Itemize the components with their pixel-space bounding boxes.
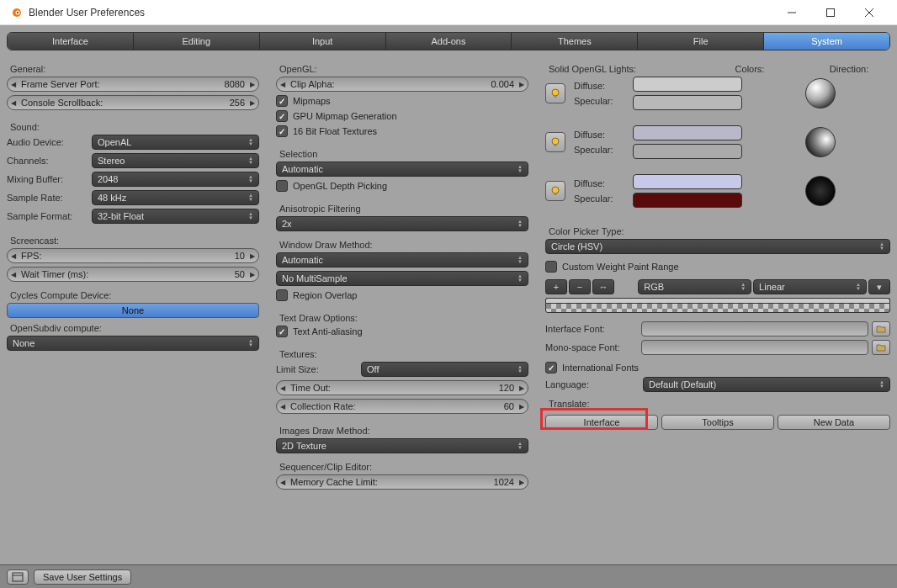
light-toggle-1[interactable] [545, 132, 565, 152]
svg-rect-10 [13, 573, 23, 581]
svg-rect-9 [555, 193, 557, 196]
clip-alpha-field[interactable]: ◀Clip Alpha: 0.004▶ [276, 77, 528, 92]
add-color-button[interactable]: + [545, 279, 567, 294]
opensubdiv-header: OpenSubdiv compute: [10, 323, 259, 333]
textures-header: Textures: [279, 349, 528, 359]
mono-font-browse-button[interactable] [872, 340, 890, 355]
specular-color-2[interactable] [633, 193, 742, 208]
svg-point-4 [552, 89, 559, 96]
channels-dropdown[interactable]: Stereo▲▼ [92, 153, 259, 168]
mipmaps-checkbox[interactable]: Mipmaps [276, 95, 528, 107]
translate-tooltips-button[interactable]: Tooltips [661, 415, 774, 430]
aniso-dropdown[interactable]: 2x▲▼ [276, 216, 528, 231]
tab-themes[interactable]: Themes [512, 33, 638, 50]
mono-font-input[interactable] [641, 340, 868, 355]
tab-editing[interactable]: Editing [134, 33, 260, 50]
translate-newdata-button[interactable]: New Data [778, 415, 890, 430]
compute-device-button[interactable]: None [7, 303, 259, 318]
language-dropdown[interactable]: Default (Default)▲▼ [643, 377, 890, 392]
audio-device-dropdown[interactable]: OpenAL▲▼ [92, 135, 259, 150]
tab-system[interactable]: System [764, 33, 889, 50]
svg-point-2 [17, 11, 19, 13]
svg-point-6 [552, 138, 559, 145]
window-icon [12, 571, 24, 583]
maximize-button[interactable] [811, 0, 850, 25]
images-draw-dropdown[interactable]: 2D Texture▲▼ [276, 438, 528, 453]
fps-field[interactable]: ◀FPS: 10▶ [7, 248, 259, 263]
memory-cache-field[interactable]: ◀Memory Cache Limit: 1024▶ [276, 474, 528, 490]
flip-color-button[interactable]: ↔ [592, 279, 614, 294]
opengl-header: OpenGL: [279, 64, 528, 74]
diffuse-color-0[interactable] [633, 77, 742, 92]
images-draw-header: Images Draw Method: [279, 426, 528, 436]
text-aa-checkbox[interactable]: Text Anti-aliasing [276, 326, 528, 337]
console-scrollback-field[interactable]: ◀Console Scrollback: 256▶ [7, 95, 259, 110]
translate-header: Translate: [549, 399, 890, 409]
depth-picking-checkbox[interactable]: OpenGL Depth Picking [276, 180, 528, 192]
tab-input[interactable]: Input [260, 33, 386, 50]
folder-icon [876, 324, 886, 334]
blender-logo-icon [8, 6, 22, 19]
lightbulb-icon [549, 87, 561, 99]
interface-font-browse-button[interactable] [872, 321, 890, 336]
gpu-mipmap-checkbox[interactable]: GPU Mipmap Generation [276, 110, 528, 122]
specular-color-1[interactable] [633, 144, 742, 159]
multisample-dropdown[interactable]: No MultiSample▲▼ [276, 271, 528, 286]
light-toggle-0[interactable] [545, 83, 565, 103]
direction-sphere-2[interactable] [805, 176, 836, 206]
text-draw-header: Text Draw Options: [279, 313, 528, 323]
rgb-dropdown[interactable]: RGB▲▼ [638, 279, 751, 294]
weight-paint-checkbox[interactable]: Custom Weight Paint Range [545, 261, 890, 273]
sound-header: Sound: [10, 122, 259, 132]
limit-size-dropdown[interactable]: Off▲▼ [361, 362, 528, 377]
color-picker-header: Color Picker Type: [549, 226, 890, 236]
selection-header: Selection [279, 149, 528, 159]
window-draw-method-dropdown[interactable]: Automatic▲▼ [276, 252, 528, 268]
selection-mode-dropdown[interactable]: Automatic▲▼ [276, 162, 528, 177]
specular-color-0[interactable] [633, 95, 742, 110]
wait-timer-field[interactable]: ◀Wait Timer (ms): 50▶ [7, 267, 259, 282]
ramp-menu-button[interactable]: ▾ [868, 279, 890, 294]
tab-bar: Interface Editing Input Add-ons Themes F… [7, 32, 890, 50]
color-picker-dropdown[interactable]: Circle (HSV)▲▼ [545, 239, 890, 254]
frame-server-port-field[interactable]: ◀Frame Server Port: 8080▶ [7, 77, 259, 92]
window-draw-header: Window Draw Method: [279, 240, 528, 250]
minimize-button[interactable] [772, 0, 811, 25]
direction-sphere-1[interactable] [805, 127, 836, 157]
colors-label: Colors: [695, 64, 804, 74]
footer-bar: Save User Settings [0, 564, 897, 588]
svg-rect-3 [827, 8, 835, 16]
titlebar: Blender User Preferences [0, 0, 897, 25]
save-user-settings-button[interactable]: Save User Settings [34, 569, 131, 585]
direction-sphere-0[interactable] [805, 78, 836, 109]
diffuse-color-2[interactable] [633, 174, 742, 189]
mixing-buffer-dropdown[interactable]: 2048▲▼ [92, 172, 259, 187]
light-toggle-2[interactable] [545, 181, 565, 201]
aniso-header: Anisotropic Filtering [279, 204, 528, 214]
linear-dropdown[interactable]: Linear▲▼ [753, 279, 867, 294]
collection-rate-field[interactable]: ◀Collection Rate: 60▶ [276, 399, 528, 414]
float-textures-checkbox[interactable]: 16 Bit Float Textures [276, 125, 528, 137]
international-fonts-checkbox[interactable]: International Fonts [545, 362, 890, 373]
tab-interface[interactable]: Interface [8, 33, 134, 50]
general-header: General: [10, 64, 259, 74]
sample-format-dropdown[interactable]: 32-bit Float▲▼ [92, 209, 259, 224]
close-button[interactable] [850, 0, 889, 25]
settings-icon-button[interactable] [7, 569, 29, 585]
lightbulb-icon [549, 185, 561, 197]
opensubdiv-dropdown[interactable]: None▲▼ [7, 336, 259, 351]
sample-rate-dropdown[interactable]: 48 kHz▲▼ [92, 190, 259, 205]
screencast-header: Screencast: [10, 236, 259, 246]
svg-rect-5 [555, 96, 557, 98]
color-ramp[interactable] [545, 303, 890, 313]
region-overlap-checkbox[interactable]: Region Overlap [276, 289, 528, 301]
translate-interface-button[interactable]: Interface [545, 415, 658, 430]
texture-timeout-field[interactable]: ◀Time Out: 120▶ [276, 380, 528, 395]
remove-color-button[interactable]: − [569, 279, 591, 294]
folder-icon [876, 342, 886, 352]
diffuse-color-1[interactable] [633, 125, 742, 140]
tab-addons[interactable]: Add-ons [386, 33, 512, 50]
interface-font-input[interactable] [641, 321, 868, 336]
tab-file[interactable]: File [638, 33, 764, 50]
compute-header: Cycles Compute Device: [10, 290, 259, 300]
